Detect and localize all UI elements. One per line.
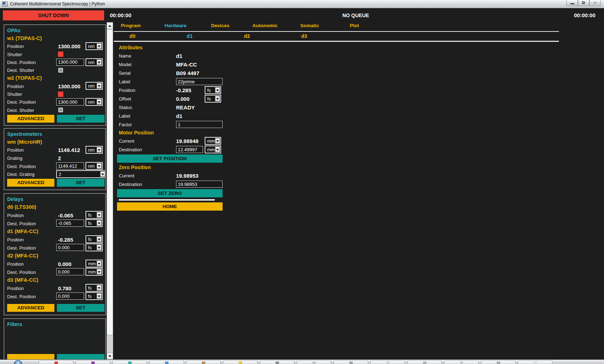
tab-somatic[interactable]: Somatic [287,22,332,29]
w1-position-unit-dropdown[interactable]: nm [86,42,103,50]
dropdown-arrow-icon[interactable] [97,83,102,89]
wm-dest-position-input[interactable] [56,162,84,169]
d3-position-unit-dropdown[interactable]: fs [86,284,103,292]
set-button[interactable]: SET [57,304,104,312]
restore-icon [582,1,585,4]
unit-value: nm [88,59,94,65]
dropdown-arrow-icon[interactable] [100,171,105,177]
close-button[interactable]: ✕ [589,0,601,6]
d3-dest-position-input[interactable] [56,292,84,300]
dest-shutter-checkbox[interactable] [58,108,63,112]
label-input[interactable] [176,78,223,85]
w2-dest-position-input[interactable] [56,98,84,105]
position-unit-dropdown[interactable]: fs [205,86,221,94]
unit-value: fs [207,88,211,93]
tab-autonomic[interactable]: Autonomic [243,22,287,29]
advanced-button[interactable]: ADVANCED [7,304,54,312]
motor-destination-input[interactable] [176,146,203,153]
wm-position-unit-dropdown[interactable]: nm [86,146,103,154]
d1-dest-position-input[interactable] [56,244,84,251]
advanced-button[interactable] [7,354,54,359]
dropdown-arrow-icon[interactable] [97,212,102,218]
taskbar-app-button[interactable] [407,360,442,364]
dropdown-arrow-icon[interactable] [97,220,102,226]
d1-position-unit-dropdown[interactable]: fs [86,235,103,243]
set-button[interactable]: SET [57,115,104,123]
dropdown-arrow-icon[interactable] [215,138,220,144]
d2-position-unit-dropdown[interactable]: mm [86,260,103,267]
set-position-button[interactable]: SET POSITION [117,154,223,163]
dropdown-arrow-icon[interactable] [97,43,102,49]
dropdown-arrow-icon[interactable] [97,269,102,275]
d0-position-unit-dropdown[interactable]: fs [86,211,103,219]
tab-hardware[interactable]: Hardware [153,22,198,29]
taskbar-app-button[interactable] [112,360,147,364]
wm-dest-unit-dropdown[interactable]: nm [86,162,103,170]
d2-dest-unit-dropdown[interactable]: mm [86,268,103,276]
w2-dest-unit-dropdown[interactable]: nm [86,98,103,106]
taskbar-app-button[interactable] [518,360,552,364]
dropdown-arrow-icon[interactable] [97,236,102,242]
tab-plot[interactable]: Plot [332,22,377,29]
d0-dest-unit-dropdown[interactable]: fs [86,219,103,227]
taskbar-app-button[interactable] [186,360,221,364]
advanced-button[interactable]: ADVANCED [7,179,54,187]
dropdown-arrow-icon[interactable] [97,285,102,291]
factor-input[interactable] [176,121,223,128]
d2-dest-position-input[interactable] [56,268,84,275]
dropdown-arrow-icon[interactable] [215,87,220,93]
os-taskbar[interactable] [0,359,604,364]
d3-dest-unit-dropdown[interactable]: fs [86,292,103,300]
dropdown-arrow-icon[interactable] [97,147,102,153]
tab-devices[interactable]: Devices [198,22,243,29]
taskbar-app-button[interactable] [223,360,258,364]
taskbar-app-button[interactable] [333,360,368,364]
dropdown-arrow-icon[interactable] [97,99,102,105]
tab-program[interactable]: Program [108,22,153,29]
set-button[interactable]: SET [57,179,104,187]
restore-button[interactable] [578,0,589,6]
dropdown-arrow-icon[interactable] [97,163,102,169]
taskbar-app-button[interactable] [444,360,479,364]
dropdown-arrow-icon[interactable] [97,245,102,250]
w2-position-unit-dropdown[interactable]: nm [86,82,103,90]
start-button[interactable] [14,360,22,364]
tab-d1[interactable]: d1 [161,33,218,40]
dropdown-arrow-icon[interactable] [215,96,220,102]
motor-current-unit-dropdown[interactable]: mm [205,137,221,145]
tab-d3[interactable]: d3 [276,33,333,40]
sidebar-scrollbar[interactable] [107,22,113,359]
scroll-down-button[interactable] [107,353,113,359]
w2-dest-shutter-row: Dest. Shutter [4,106,105,114]
offset-unit-dropdown[interactable]: fs [205,95,221,103]
motor-destination-unit-dropdown[interactable]: mm [205,146,221,153]
zero-destination-input[interactable] [176,181,223,188]
taskbar-app-button[interactable] [39,360,73,364]
wm-dest-grating-dropdown[interactable]: 2 [56,170,106,178]
set-button[interactable] [57,354,104,359]
taskbar-app-button[interactable] [297,360,331,364]
taskbar-app-button[interactable] [76,360,110,364]
taskbar-app-button[interactable] [370,360,405,364]
dropdown-arrow-icon[interactable] [97,59,102,65]
scroll-up-button[interactable] [107,22,113,29]
set-zero-button[interactable]: SET ZERO [117,189,223,197]
scrollbar-thumb[interactable] [107,29,113,335]
advanced-button[interactable]: ADVANCED [7,115,54,123]
d0-dest-position-input[interactable] [56,220,84,227]
taskbar-app-button[interactable] [149,360,184,364]
taskbar-app-button[interactable] [260,360,294,364]
taskbar-app-button[interactable] [481,360,516,364]
d1-dest-unit-dropdown[interactable]: fs [86,244,103,251]
dropdown-arrow-icon[interactable] [97,261,102,266]
dest-shutter-checkbox[interactable] [58,68,63,73]
w1-dest-position-input[interactable] [56,59,84,66]
dropdown-arrow-icon[interactable] [97,293,102,299]
unit-value: nm [88,44,94,49]
w1-dest-unit-dropdown[interactable]: nm [86,58,103,66]
shut-down-button[interactable]: SHUT DOWN [3,10,104,20]
minimize-button[interactable] [566,0,578,6]
home-button[interactable]: HOME [117,202,223,211]
tab-d2[interactable]: d2 [218,33,276,40]
dropdown-arrow-icon[interactable] [215,147,220,152]
